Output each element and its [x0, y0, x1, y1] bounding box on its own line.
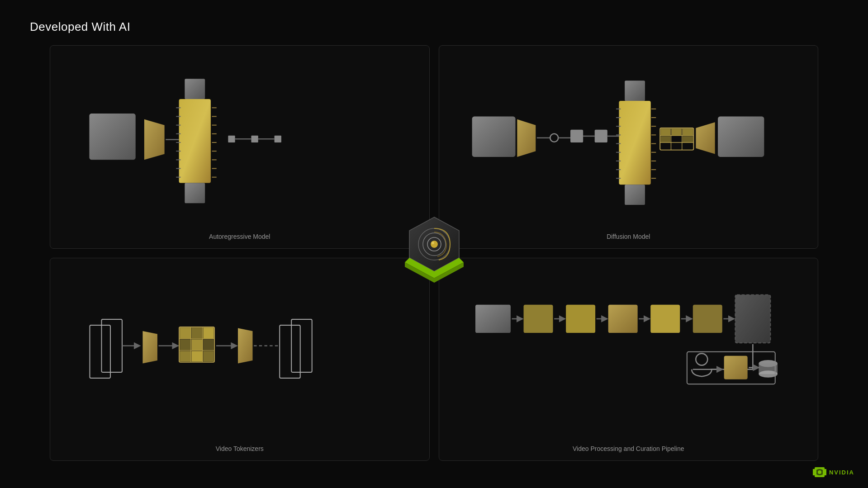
svg-rect-85: [191, 339, 203, 351]
page-title: Developed With AI: [30, 20, 130, 34]
nvidia-logo: NVIDIA: [813, 465, 854, 479]
video-pipeline-quadrant: Video Processing and Curation Pipeline: [439, 258, 819, 461]
svg-rect-38: [619, 101, 651, 185]
svg-rect-101: [608, 305, 638, 333]
nvidia-text: NVIDIA: [829, 469, 854, 476]
svg-rect-93: [280, 325, 300, 378]
svg-rect-64: [661, 128, 671, 135]
svg-rect-34: [570, 130, 583, 142]
svg-rect-70: [718, 116, 764, 157]
svg-rect-87: [180, 351, 191, 361]
svg-rect-103: [651, 305, 680, 333]
svg-rect-71: [90, 325, 110, 378]
svg-rect-26: [251, 135, 258, 142]
svg-rect-83: [203, 327, 213, 339]
svg-rect-29: [472, 116, 516, 157]
svg-rect-89: [203, 351, 213, 361]
svg-rect-84: [180, 339, 191, 351]
svg-point-110: [696, 354, 708, 365]
svg-point-32: [550, 134, 559, 142]
autoregressive-diagram: [69, 62, 410, 223]
svg-rect-4: [185, 79, 205, 99]
svg-rect-67: [661, 136, 671, 142]
svg-rect-39: [625, 81, 645, 101]
svg-rect-66: [683, 128, 693, 135]
svg-rect-3: [179, 99, 211, 183]
svg-point-127: [432, 242, 434, 244]
svg-rect-36: [595, 130, 607, 142]
svg-rect-5: [185, 183, 205, 203]
svg-marker-69: [696, 122, 715, 154]
svg-marker-30: [517, 119, 536, 157]
svg-rect-97: [524, 305, 553, 333]
svg-rect-24: [228, 135, 235, 142]
center-logo: [405, 215, 464, 274]
svg-point-129: [818, 470, 821, 474]
video-pipeline-label: Video Processing and Curation Pipeline: [573, 445, 684, 452]
svg-rect-65: [672, 128, 682, 135]
video-tokenizers-quadrant: Video Tokenizers: [50, 258, 430, 461]
svg-rect-82: [191, 327, 203, 339]
svg-rect-95: [475, 305, 511, 333]
svg-rect-94: [291, 319, 312, 372]
video-tokenizers-diagram: [69, 274, 410, 436]
svg-marker-91: [238, 328, 252, 364]
svg-point-126: [431, 241, 438, 248]
svg-rect-72: [101, 319, 122, 372]
video-tokenizers-label: Video Tokenizers: [216, 445, 264, 452]
svg-marker-1: [144, 119, 165, 160]
nvidia-icon: [813, 465, 826, 479]
diffusion-quadrant: Diffusion Model: [439, 45, 819, 249]
autoregressive-quadrant: Autoregressive Model: [50, 45, 430, 249]
svg-rect-88: [191, 351, 203, 361]
svg-rect-68: [683, 136, 693, 142]
svg-point-117: [759, 370, 778, 378]
svg-marker-74: [142, 331, 157, 363]
svg-rect-81: [180, 327, 191, 339]
video-pipeline-diagram: [458, 269, 799, 441]
svg-rect-0: [89, 114, 135, 160]
svg-rect-40: [625, 185, 645, 205]
svg-rect-86: [203, 339, 213, 351]
svg-rect-113: [724, 356, 748, 379]
svg-rect-107: [735, 295, 771, 343]
svg-rect-99: [566, 305, 595, 333]
autoregressive-label: Autoregressive Model: [209, 233, 270, 240]
svg-rect-105: [693, 305, 722, 333]
diffusion-diagram: [458, 62, 799, 223]
svg-rect-28: [274, 135, 281, 142]
diffusion-label: Diffusion Model: [607, 233, 650, 240]
